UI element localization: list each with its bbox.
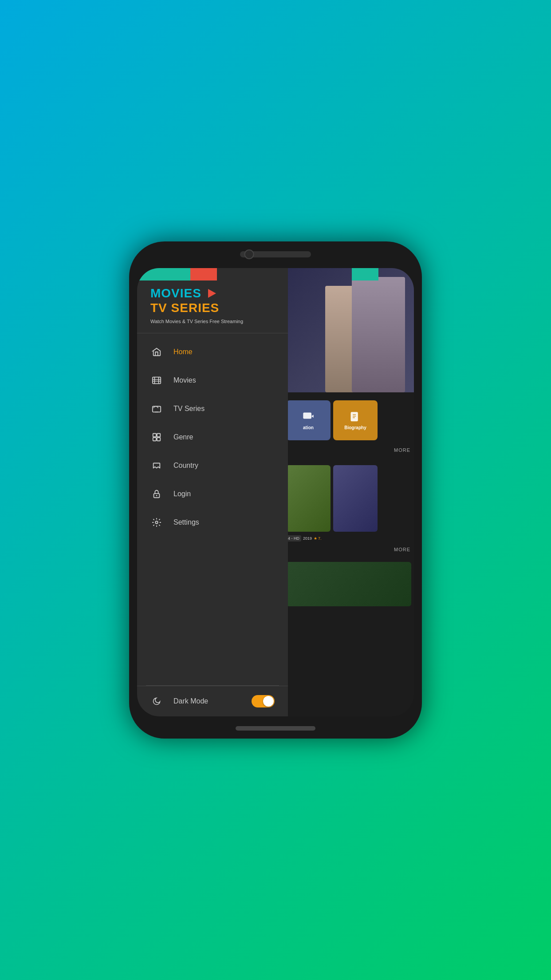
phone-camera [244, 249, 254, 259]
country-icon [150, 459, 163, 472]
svg-point-16 [155, 521, 158, 524]
movie-cards-scroll [283, 463, 414, 533]
more-label: MORE [394, 447, 410, 453]
sidebar-item-country[interactable]: Country [137, 451, 288, 480]
year-badge: 2019 [303, 536, 312, 541]
movies-more-label: MORE [394, 547, 410, 552]
animation-card-icon [302, 411, 315, 423]
sidebar-drawer: MOVIES TV SERIES Watch Movies & TV Serie… [137, 268, 288, 716]
genre-cards-row: ation Biography [283, 397, 414, 444]
dark-mode-label: Dark Mode [173, 697, 252, 705]
phone-device: MOVIES TV SERIES Watch Movies & TV Serie… [129, 241, 422, 739]
sidebar-item-movies[interactable]: Movies [137, 366, 288, 395]
svg-rect-12 [153, 438, 156, 441]
movie-card-1[interactable] [286, 465, 331, 532]
dark-mode-toggle[interactable] [252, 695, 275, 707]
settings-icon [150, 516, 163, 529]
rating-badge: 4 - HD [286, 535, 301, 541]
sidebar-item-settings[interactable]: Settings [137, 508, 288, 537]
dark-mode-row: Dark Mode [150, 695, 275, 707]
main-content: ation Biography [283, 268, 414, 716]
hero-area [283, 268, 414, 392]
app-subtitle: TV SERIES [150, 301, 275, 315]
svg-rect-13 [157, 438, 160, 441]
star-rating: ★ 7. [314, 536, 322, 541]
country-label: Country [173, 462, 198, 470]
home-label: Home [173, 348, 193, 356]
status-block-teal-2 [352, 268, 378, 281]
svg-rect-11 [157, 433, 160, 436]
sidebar-item-genre[interactable]: Genre [137, 423, 288, 451]
sidebar-item-login[interactable]: Login [137, 480, 288, 508]
sidebar-bottom: Dark Mode [137, 686, 288, 716]
svg-rect-0 [153, 377, 161, 383]
play-icon [208, 289, 216, 298]
login-icon [150, 488, 163, 500]
movies-row: 4 - HD 2019 ★ 7. MORE [283, 460, 414, 558]
third-movie-card[interactable] [286, 562, 411, 606]
biography-card-label: Biography [344, 425, 366, 430]
dark-mode-icon [150, 695, 163, 707]
movies-label: Movies [173, 376, 196, 384]
movie-meta-row: 4 - HD 2019 ★ 7. [283, 533, 414, 543]
svg-point-15 [156, 495, 157, 496]
app-title-text: MOVIES [150, 286, 201, 300]
hero-figures [283, 268, 414, 392]
movies-icon [150, 374, 163, 387]
phone-screen: MOVIES TV SERIES Watch Movies & TV Serie… [137, 268, 414, 716]
sidebar-nav: Home Movies [137, 333, 288, 685]
app-tagline: Watch Movies & TV Series Free Streaming [150, 319, 275, 324]
rating-value: 7. [318, 536, 322, 541]
genre-icon [150, 431, 163, 443]
genre-card-biography[interactable]: Biography [333, 400, 378, 440]
app-logo-title: MOVIES [150, 286, 275, 301]
genre-card-animation[interactable]: ation [286, 400, 331, 440]
animation-card-label: ation [303, 425, 314, 430]
genre-more-button[interactable]: MORE [283, 444, 414, 455]
settings-label: Settings [173, 518, 199, 526]
star-icon: ★ [314, 536, 317, 541]
biography-card-icon [349, 411, 362, 423]
third-section [283, 558, 414, 610]
login-label: Login [173, 490, 191, 498]
home-bar [236, 726, 315, 731]
home-icon [150, 346, 163, 358]
movies-more-button[interactable]: MORE [283, 543, 414, 555]
genre-section: ation Biography [283, 392, 414, 460]
svg-rect-17 [303, 412, 311, 419]
svg-rect-10 [153, 433, 156, 436]
movie-card-2[interactable] [333, 465, 378, 532]
hero-figure-primary [352, 277, 405, 392]
toggle-knob [263, 696, 274, 707]
genre-label: Genre [173, 433, 193, 441]
svg-rect-18 [351, 412, 358, 421]
tv-icon [150, 403, 163, 415]
status-bar [137, 268, 414, 281]
tv-series-label: TV Series [173, 405, 205, 413]
sidebar-item-tv-series[interactable]: TV Series [137, 395, 288, 423]
status-block-teal-1 [137, 268, 190, 281]
sidebar-item-home[interactable]: Home [137, 338, 288, 366]
status-block-orange [190, 268, 217, 281]
